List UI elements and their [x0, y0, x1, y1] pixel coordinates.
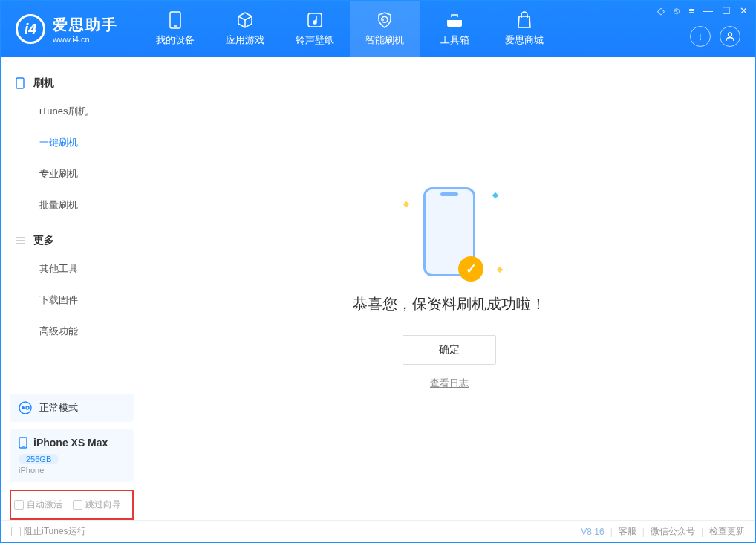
app-header: i4 爱思助手 www.i4.cn 我的设备 应用游戏 铃声壁纸 智能刷机 工具…	[1, 1, 755, 57]
success-message: 恭喜您，保资料刷机成功啦！	[353, 294, 546, 314]
tab-label: 工具箱	[440, 33, 469, 47]
checkmark-badge-icon: ✓	[458, 256, 483, 282]
sidebar-section-more: 更多	[1, 228, 143, 253]
checkbox-icon	[73, 500, 82, 510]
tab-label: 我的设备	[156, 33, 195, 47]
list-icon	[14, 235, 26, 247]
separator: |	[701, 527, 703, 537]
tab-label: 爱思商城	[505, 33, 544, 47]
device-name-row: iPhone XS Max	[19, 437, 125, 449]
sidebar-item-batch-flash[interactable]: 批量刷机	[1, 189, 143, 221]
section-title: 刷机	[33, 77, 54, 90]
user-icon[interactable]	[720, 26, 740, 47]
sidebar-item-oneclick-flash[interactable]: 一键刷机	[1, 127, 143, 158]
maximize-button[interactable]: ☐	[722, 5, 731, 16]
checkbox-label: 阻止iTunes运行	[24, 525, 86, 538]
svg-rect-5	[447, 17, 462, 20]
toolbox-icon	[446, 11, 463, 29]
sparkle-icon	[492, 192, 498, 198]
phone-small-icon	[14, 77, 26, 89]
device-card[interactable]: iPhone XS Max 256GB iPhone	[10, 429, 134, 482]
sidebar-item-pro-flash[interactable]: 专业刷机	[1, 158, 143, 189]
mode-card[interactable]: 正常模式	[10, 394, 134, 422]
checkbox-icon	[14, 500, 24, 510]
separator: |	[642, 527, 645, 537]
update-link[interactable]: 检查更新	[709, 525, 745, 538]
svg-rect-3	[308, 13, 322, 27]
main-tabs: 我的设备 应用游戏 铃声壁纸 智能刷机 工具箱 爱思商城	[140, 1, 559, 57]
section-title: 更多	[33, 234, 54, 247]
main-content: ✓ 恭喜您，保资料刷机成功啦！ 确定 查看日志	[143, 57, 755, 520]
download-icon[interactable]: ↓	[690, 26, 711, 47]
sidebar-bottom: 正常模式 iPhone XS Max 256GB iPhone 自动激活 跳过向…	[1, 386, 143, 520]
refresh-shield-icon	[376, 11, 394, 29]
tab-store[interactable]: 爱思商城	[489, 1, 559, 57]
menu-icon[interactable]: ≡	[688, 5, 694, 16]
auto-activate-checkbox[interactable]: 自动激活	[14, 498, 62, 511]
header-actions: ↓	[690, 26, 740, 47]
sparkle-icon	[403, 201, 409, 207]
checkbox-label: 自动激活	[27, 498, 62, 511]
app-name: 爱思助手	[53, 15, 118, 35]
logo-icon: i4	[16, 14, 45, 44]
checkbox-label: 跳过向导	[85, 498, 121, 511]
options-row: 自动激活 跳过向导	[10, 490, 134, 520]
sidebar-item-itunes-flash[interactable]: iTunes刷机	[1, 96, 143, 127]
cube-icon	[236, 11, 254, 29]
phone-illustration-icon: ✓	[423, 187, 475, 276]
mode-label: 正常模式	[39, 401, 78, 414]
body: 刷机 iTunes刷机 一键刷机 专业刷机 批量刷机 更多 其他工具 下载固件 …	[1, 57, 755, 520]
sidebar-item-advanced[interactable]: 高级功能	[1, 316, 143, 347]
device-phone-icon	[19, 437, 27, 449]
sparkle-icon	[497, 267, 503, 273]
shirt-icon[interactable]: ◇	[657, 5, 665, 16]
phone-icon	[166, 11, 184, 29]
tab-ringtones[interactable]: 铃声壁纸	[280, 1, 350, 57]
device-name: iPhone XS Max	[33, 437, 108, 449]
tab-toolbox[interactable]: 工具箱	[420, 1, 489, 57]
tab-my-device[interactable]: 我的设备	[140, 1, 210, 57]
success-illustration: ✓	[423, 187, 475, 294]
version-label: V8.16	[581, 527, 604, 537]
window-controls: ◇ ⎋ ≡ — ☐ ✕	[657, 5, 748, 16]
view-log-link[interactable]: 查看日志	[430, 377, 469, 390]
svg-point-13	[26, 406, 29, 409]
tab-label: 铃声壁纸	[296, 33, 334, 47]
logo-area: i4 爱思助手 www.i4.cn	[1, 14, 133, 44]
sidebar: 刷机 iTunes刷机 一键刷机 专业刷机 批量刷机 更多 其他工具 下载固件 …	[1, 57, 143, 520]
sidebar-item-download-fw[interactable]: 下载固件	[1, 284, 143, 316]
tab-apps[interactable]: 应用游戏	[210, 1, 280, 57]
sidebar-item-other-tools[interactable]: 其他工具	[1, 253, 143, 284]
minimize-button[interactable]: —	[703, 5, 713, 16]
checkbox-icon	[11, 527, 21, 536]
bag-icon	[515, 11, 533, 29]
mode-icon	[19, 401, 32, 414]
support-link[interactable]: 客服	[619, 525, 636, 538]
svg-point-12	[22, 406, 25, 409]
tab-flash[interactable]: 智能刷机	[350, 1, 420, 57]
svg-rect-7	[16, 78, 24, 88]
logo-text: 爱思助手 www.i4.cn	[53, 15, 118, 44]
device-type: iPhone	[19, 466, 125, 475]
svg-point-6	[729, 33, 732, 36]
music-icon	[306, 11, 324, 29]
close-button[interactable]: ✕	[740, 5, 748, 16]
tab-label: 智能刷机	[365, 33, 404, 47]
block-itunes-checkbox[interactable]: 阻止iTunes运行	[11, 525, 86, 538]
separator: |	[610, 527, 613, 537]
footer: 阻止iTunes运行 V8.16 | 客服 | 微信公众号 | 检查更新	[1, 520, 755, 542]
lock-icon[interactable]: ⎋	[674, 5, 680, 16]
device-storage-badge: 256GB	[19, 454, 59, 464]
footer-right: V8.16 | 客服 | 微信公众号 | 检查更新	[581, 525, 745, 538]
skip-guide-checkbox[interactable]: 跳过向导	[73, 498, 121, 511]
wechat-link[interactable]: 微信公众号	[651, 525, 695, 538]
ok-button[interactable]: 确定	[403, 335, 496, 365]
footer-left: 阻止iTunes运行	[11, 525, 86, 538]
sidebar-section-flash: 刷机	[1, 71, 143, 96]
tab-label: 应用游戏	[226, 33, 264, 47]
app-url: www.i4.cn	[53, 35, 118, 44]
